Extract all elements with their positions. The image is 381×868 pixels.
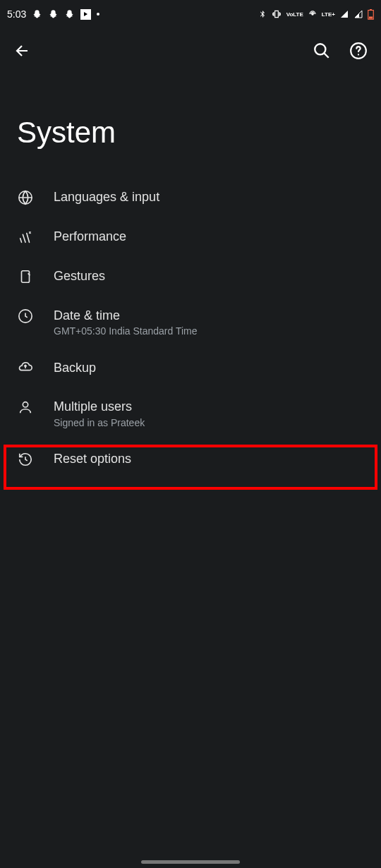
cloud-upload-icon bbox=[17, 359, 34, 376]
globe-icon bbox=[17, 189, 34, 206]
app-bar bbox=[0, 28, 381, 73]
signal-icon bbox=[339, 10, 349, 18]
person-icon bbox=[17, 399, 34, 416]
search-button[interactable] bbox=[312, 41, 332, 61]
settings-item-reset[interactable]: Reset options bbox=[0, 440, 381, 479]
svg-rect-3 bbox=[369, 16, 373, 18]
status-bar: 5:03 VoLTE LTE+ bbox=[0, 0, 381, 28]
svg-point-6 bbox=[358, 54, 359, 55]
back-button[interactable] bbox=[13, 41, 32, 61]
notification-more-icon bbox=[97, 13, 99, 16]
settings-item-backup[interactable]: Backup bbox=[0, 348, 381, 387]
item-subtitle: GMT+05:30 India Standard Time bbox=[54, 325, 364, 337]
settings-item-users[interactable]: Multiple users Signed in as Prateek bbox=[0, 387, 381, 439]
svg-point-0 bbox=[312, 13, 313, 15]
item-title: Performance bbox=[54, 229, 364, 245]
item-title: Backup bbox=[54, 360, 364, 376]
notification-snapchat-icon bbox=[32, 9, 42, 20]
svg-rect-8 bbox=[22, 271, 30, 283]
battery-icon bbox=[368, 9, 374, 20]
item-title: Reset options bbox=[54, 451, 364, 467]
page-title: System bbox=[0, 73, 381, 178]
vibrate-icon bbox=[271, 9, 282, 19]
notification-snapchat-icon bbox=[64, 9, 75, 20]
history-icon bbox=[17, 451, 34, 468]
settings-item-gestures[interactable]: Gestures bbox=[0, 257, 381, 296]
volte-icon: VoLTE bbox=[286, 11, 303, 18]
item-title: Languages & input bbox=[54, 189, 364, 205]
status-left: 5:03 bbox=[7, 8, 99, 20]
item-title: Multiple users bbox=[54, 399, 364, 415]
svg-point-4 bbox=[315, 44, 325, 54]
gestures-icon bbox=[17, 268, 34, 285]
performance-icon bbox=[17, 229, 34, 246]
settings-item-datetime[interactable]: Date & time GMT+05:30 India Standard Tim… bbox=[0, 296, 381, 348]
settings-list: Languages & input Performance Gestures D… bbox=[0, 178, 381, 479]
settings-item-performance[interactable]: Performance bbox=[0, 217, 381, 257]
help-button[interactable] bbox=[349, 41, 368, 61]
notification-snapchat-icon bbox=[48, 9, 59, 20]
clock-icon bbox=[17, 308, 34, 325]
status-right: VoLTE LTE+ bbox=[258, 9, 374, 20]
bluetooth-icon bbox=[258, 9, 267, 19]
lte-label: LTE+ bbox=[322, 11, 335, 18]
item-subtitle: Signed in as Prateek bbox=[54, 417, 364, 428]
item-title: Gestures bbox=[54, 268, 364, 284]
signal-icon-2 bbox=[353, 10, 363, 18]
item-title: Date & time bbox=[54, 308, 364, 324]
settings-item-languages[interactable]: Languages & input bbox=[0, 178, 381, 217]
notification-media-icon bbox=[80, 9, 91, 20]
svg-point-10 bbox=[23, 402, 28, 407]
gesture-nav-bar[interactable] bbox=[141, 860, 240, 864]
status-time: 5:03 bbox=[7, 8, 26, 20]
hotspot-icon bbox=[308, 9, 318, 19]
